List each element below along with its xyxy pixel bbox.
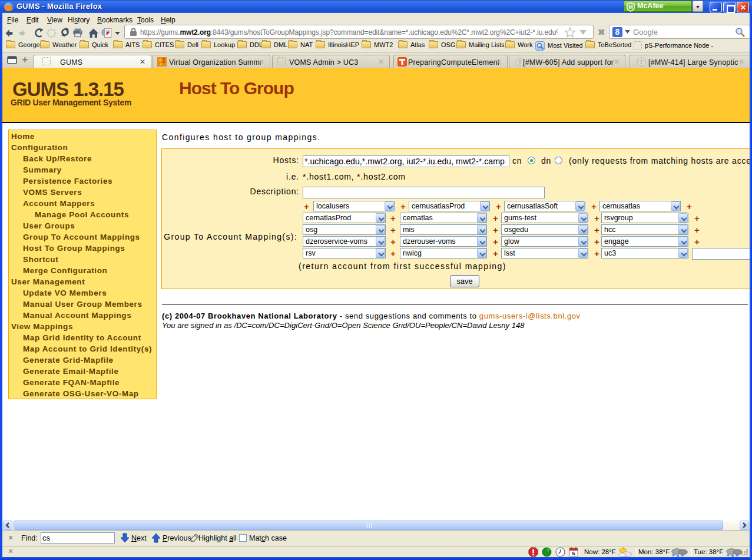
svg-text:M: M [628,4,633,10]
svg-text:5: 5 [572,551,575,556]
